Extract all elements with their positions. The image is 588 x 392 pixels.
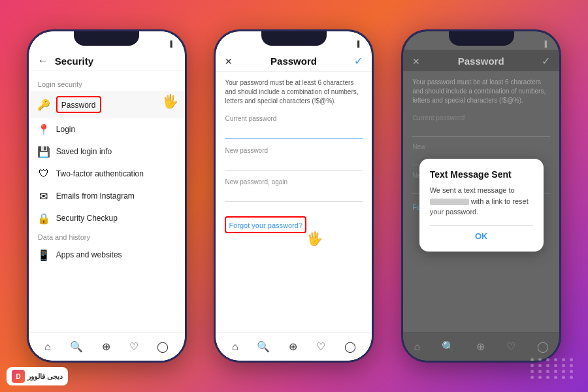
menu-item-password[interactable]: 🔑 Password 🖐 [29,91,185,118]
security-menu: Login security 🔑 Password 🖐 📍 Login 💾 Sa… [29,71,185,332]
password-screen: ✕ Password ✓ Your password must be at le… [216,50,372,361]
home-nav-icon[interactable]: ⌂ [44,341,51,353]
security-page-title: Security [55,56,93,67]
notch-2 [261,31,327,46]
emails-menu-text: Emails from Instagram [56,191,135,201]
profile-nav-icon-2[interactable]: ◯ [344,340,356,353]
logo-icon: D [12,370,25,383]
new-password-input[interactable] [225,156,363,171]
password-header: ✕ Password ✓ [216,50,372,72]
screen-2: ▌ ✕ Password ✓ Your password must be at … [216,31,372,361]
menu-item-login[interactable]: 📍 Login [29,118,185,140]
forgot-password-link[interactable]: Forgot your password? [229,221,302,229]
decorative-dots: for(let i=0;i<24;i++) document.write('<d… [531,358,575,379]
screen-3: ▌ ✕ Password ✓ Your password must be at … [403,31,559,361]
lock-icon: 🔒 [38,212,50,224]
battery-icon-3: ▌ [545,41,549,47]
current-password-label: Current password [225,115,363,122]
battery-icon-2: ▌ [357,41,361,47]
new-password-group: New password [225,147,363,171]
dialog-overlay: Text Message Sent We sent a text message… [403,50,559,361]
menu-item-emails[interactable]: ✉ Emails from Instagram [29,185,185,207]
dialog-text-part1: We sent a text message to [430,186,515,194]
menu-item-2fa[interactable]: 🛡 Two-factor authentication [29,163,185,185]
notch-3 [449,31,514,46]
menu-item-apps[interactable]: 📱 Apps and websites [29,244,185,266]
back-arrow-icon[interactable]: ← [38,55,48,67]
notch-1 [74,31,139,46]
dialog-ok-button[interactable]: OK [430,226,533,241]
new-password-again-group: New password, again [225,178,363,202]
email-icon: ✉ [38,190,50,202]
apps-menu-text: Apps and websites [56,250,122,259]
menu-item-saved-login[interactable]: 💾 Saved login info [29,140,185,163]
profile-nav-icon[interactable]: ◯ [157,340,169,353]
password-page-title: Password [270,56,317,67]
heart-nav-icon-2[interactable]: ♡ [316,340,325,353]
new-password-label: New password [225,147,363,154]
password-menu-text: Password [61,101,96,110]
security-screen: ← Security Login security 🔑 Password 🖐 📍… [29,50,185,361]
search-nav-icon-2[interactable]: 🔍 [257,340,270,353]
password-form: Your password must be at least 6 charact… [216,72,372,332]
data-history-label: Data and history [29,229,185,244]
screen-1: ▌ ← Security Login security 🔑 Password 🖐 [29,31,185,361]
text-message-dialog: Text Message Sent We sent a text message… [419,159,544,252]
password-hint-text: Your password must be at least 6 charact… [225,78,363,106]
save-icon: 💾 [38,146,50,157]
cursor-hand-1: 🖐 [162,93,178,109]
bottom-nav-1: ⌂ 🔍 ⊕ ♡ ◯ [29,332,185,361]
apps-icon: 📱 [38,249,50,261]
add-nav-icon-2[interactable]: ⊕ [289,340,297,353]
phone-1: ▌ ← Security Login security 🔑 Password 🖐 [27,29,187,363]
heart-nav-icon[interactable]: ♡ [129,340,139,353]
current-password-input[interactable] [225,125,363,139]
location-icon: 📍 [38,123,50,135]
login-menu-text: Login [56,125,75,134]
login-security-label: Login security [29,76,185,91]
new-password-again-input[interactable] [225,188,363,202]
saved-login-menu-text: Saved login info [56,147,112,156]
close-icon[interactable]: ✕ [225,56,233,67]
menu-item-security-checkup[interactable]: 🔒 Security Checkup [29,207,185,229]
bottom-nav-2: ⌂ 🔍 ⊕ ♡ ◯ [216,332,372,361]
cursor-hand-2: 🖐 [306,231,323,246]
battery-icon: ▌ [170,41,174,47]
dialog-body: We sent a text message to with a link to… [430,185,533,218]
brand-logo: D دیجی فالوور [7,367,68,385]
security-header: ← Security [29,50,185,71]
current-password-group: Current password [225,115,363,139]
phone-2: ▌ ✕ Password ✓ Your password must be at … [214,29,374,363]
new-password-again-label: New password, again [225,178,363,186]
phone-3: ▌ ✕ Password ✓ Your password must be at … [401,29,561,363]
redacted-phone [430,199,469,205]
confirm-icon[interactable]: ✓ [354,55,363,67]
add-nav-icon[interactable]: ⊕ [102,340,110,353]
shield-icon: 🛡 [38,168,50,180]
key-icon: 🔑 [38,99,50,110]
logo-text: دیجی فالوور [27,372,63,381]
security-checkup-menu-text: Security Checkup [56,214,118,223]
2fa-menu-text: Two-factor authentication [56,169,144,178]
search-nav-icon[interactable]: 🔍 [70,340,83,353]
home-nav-icon-2[interactable]: ⌂ [232,341,238,353]
dialog-title: Text Message Sent [430,169,533,180]
